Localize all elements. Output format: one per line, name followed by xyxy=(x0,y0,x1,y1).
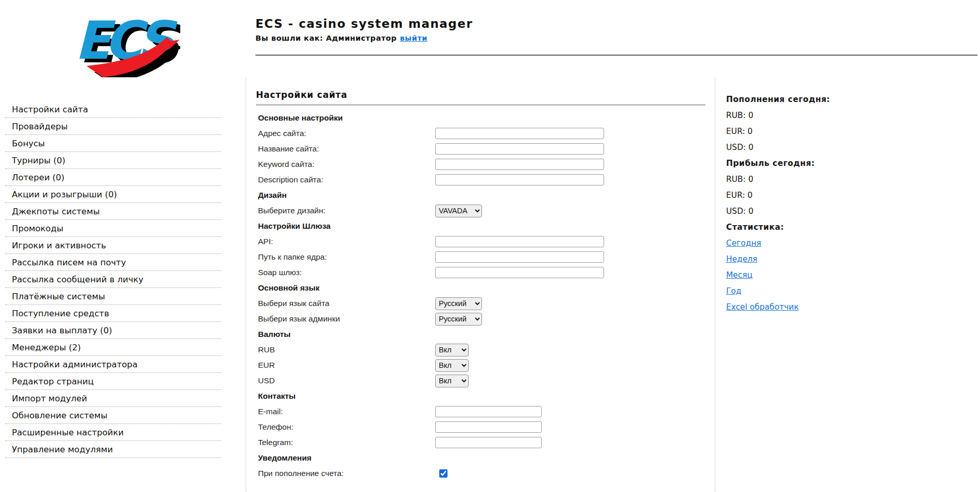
stats-link-row: Сегодня xyxy=(726,235,881,251)
site-settings-panel: Настройки сайта Основные настройки Адрес… xyxy=(256,77,706,481)
sidebar-item[interactable]: Рассылка писем на почту xyxy=(5,254,221,271)
telegram-input[interactable] xyxy=(435,437,542,448)
sidebar-menu: Настройки сайта Провайдеры Бонусы Турнир… xyxy=(5,101,221,458)
usd-currency-select[interactable]: Вкл xyxy=(435,375,469,387)
form-section-heading: Валюты xyxy=(256,327,706,342)
sidebar-item[interactable]: Обновление системы xyxy=(5,407,221,424)
stats-link[interactable]: Excel обработчик xyxy=(726,302,799,312)
phone-input[interactable] xyxy=(435,421,542,433)
form-row: Telegram: xyxy=(256,435,706,450)
core-folder-path-input[interactable] xyxy=(435,251,604,263)
email-input[interactable] xyxy=(435,406,542,417)
panel-title: Настройки сайта xyxy=(256,90,706,100)
form-section-heading: Основные настройки xyxy=(256,110,706,126)
logout-link[interactable]: выйти xyxy=(400,34,427,42)
form-row: При пополнение счета: xyxy=(256,466,706,481)
stats-link-row: Месяц xyxy=(726,267,881,283)
stats-value: EUR: 0 xyxy=(726,124,881,140)
api-input[interactable] xyxy=(435,236,604,247)
eur-currency-select[interactable]: Вкл xyxy=(435,359,469,372)
site-name-input[interactable] xyxy=(435,143,604,155)
form-row: Адрес сайта: xyxy=(256,126,706,141)
stats-link[interactable]: Сегодня xyxy=(726,239,761,248)
field-label: Телефон: xyxy=(258,422,435,432)
sidebar-item[interactable]: Рассылка сообщений в личку xyxy=(5,271,221,288)
sidebar-item[interactable]: Платёжные системы xyxy=(5,288,221,305)
settings-form: Основные настройки Адрес сайта: Название… xyxy=(256,110,706,481)
sidebar-item[interactable]: Провайдеры xyxy=(5,118,221,135)
soap-gateway-input[interactable] xyxy=(435,267,604,278)
sidebar-item[interactable]: Заявки на выплату (0) xyxy=(5,322,221,339)
stats-value: USD: 0 xyxy=(726,140,881,156)
sidebar-item[interactable]: Расширенные настройки xyxy=(5,424,221,441)
main-stats-divider xyxy=(715,77,715,492)
sidebar-item[interactable]: Импорт модулей xyxy=(5,390,221,407)
site-address-input[interactable] xyxy=(435,128,604,139)
sidebar-item[interactable]: Менеджеры (2) xyxy=(5,339,221,356)
stats-value: RUB: 0 xyxy=(726,172,881,188)
form-row: Выбери язык сайта Русский xyxy=(256,296,706,311)
stats-value: RUB: 0 xyxy=(726,108,881,124)
admin-language-select[interactable]: Русский xyxy=(435,313,482,326)
form-row: API: xyxy=(256,234,706,249)
stats-link[interactable]: Неделя xyxy=(726,255,758,264)
form-row: EUR Вкл xyxy=(256,358,706,373)
sidebar-item[interactable]: Поступление средств xyxy=(5,305,221,322)
field-label: Выбери язык админки xyxy=(258,314,435,324)
field-label: RUB xyxy=(258,345,435,354)
stats-value: EUR: 0 xyxy=(726,188,881,203)
site-language-select[interactable]: Русский xyxy=(435,297,482,310)
field-label: E-mail: xyxy=(258,407,435,416)
sidebar-item[interactable]: Редактор страниц xyxy=(5,373,221,390)
form-row: Выбери язык админки Русский xyxy=(256,311,706,327)
form-section-heading: Дизайн xyxy=(256,188,706,203)
form-section-heading: Настройки Шлюза xyxy=(256,218,706,234)
field-label: Выберите дизайн: xyxy=(258,206,435,215)
sidebar-item[interactable]: Настройки администратора xyxy=(5,356,221,373)
page-title: ECS - casino system manager xyxy=(255,17,473,30)
stats-link-row: Неделя xyxy=(726,251,881,267)
deposit-notification-checkbox[interactable] xyxy=(439,469,448,478)
header-divider xyxy=(255,55,977,56)
ecs-logo-graphic: ECS ECS xyxy=(71,10,180,77)
stats-heading: Статистика: xyxy=(726,219,881,235)
sidebar-item[interactable]: Игроки и активность xyxy=(5,237,221,254)
site-description-input[interactable] xyxy=(435,174,604,185)
stats-link-row: Excel обработчик xyxy=(726,299,881,315)
form-section-heading: Уведомления xyxy=(256,450,706,466)
sidebar-item[interactable]: Бонусы xyxy=(5,135,221,152)
field-label: Название сайта: xyxy=(258,144,435,154)
sidebar-item[interactable]: Управление модулями xyxy=(5,441,221,458)
sidebar-item[interactable]: Настройки сайта xyxy=(5,101,221,118)
sidebar-item[interactable]: Джекпоты системы xyxy=(5,203,221,220)
sidebar-item[interactable]: Акции и розыгрыши (0) xyxy=(5,186,221,203)
sidebar-item[interactable]: Промокоды xyxy=(5,220,221,237)
rub-currency-select[interactable]: Вкл xyxy=(435,344,469,357)
stats-panel: Пополнения сегодня: RUB: 0 EUR: 0 xyxy=(726,77,881,315)
form-row: Путь к папке ядра: xyxy=(256,249,706,265)
sidebar-main-divider xyxy=(246,77,246,492)
panel-title-divider xyxy=(256,105,706,106)
stats-lines: Пополнения сегодня: RUB: 0 EUR: 0 xyxy=(726,92,881,315)
sidebar-nav: Настройки сайта Провайдеры Бонусы Турнир… xyxy=(5,101,221,458)
sidebar-item[interactable]: Лотереи (0) xyxy=(5,169,221,186)
stats-heading: Пополнения сегодня: xyxy=(726,92,881,108)
site-keyword-input[interactable] xyxy=(435,159,604,170)
field-label: Description сайта: xyxy=(258,175,435,184)
stats-heading: Прибыль сегодня: xyxy=(726,156,881,172)
stats-link[interactable]: Месяц xyxy=(726,270,752,280)
field-label: Telegram: xyxy=(258,438,435,447)
form-row: Телефон: xyxy=(256,419,706,435)
sidebar-item[interactable]: Турниры (0) xyxy=(5,152,221,169)
field-label: Выбери язык сайта xyxy=(258,299,435,308)
field-label: EUR xyxy=(258,361,435,370)
stats-link[interactable]: Год xyxy=(726,286,742,296)
form-row: Soap шлюз: xyxy=(256,265,706,280)
field-label: Soap шлюз: xyxy=(258,268,435,277)
ecs-logo: ECS ECS xyxy=(71,10,180,77)
ecs-admin-page: ECS ECS ECS - casino system manager Вы в… xyxy=(0,0,980,492)
stats-link-row: Год xyxy=(726,283,881,299)
stats-value: USD: 0 xyxy=(726,203,881,219)
design-select[interactable]: VAVADA xyxy=(435,205,482,217)
login-status-text: Вы вошли как: Администратор xyxy=(255,34,397,42)
